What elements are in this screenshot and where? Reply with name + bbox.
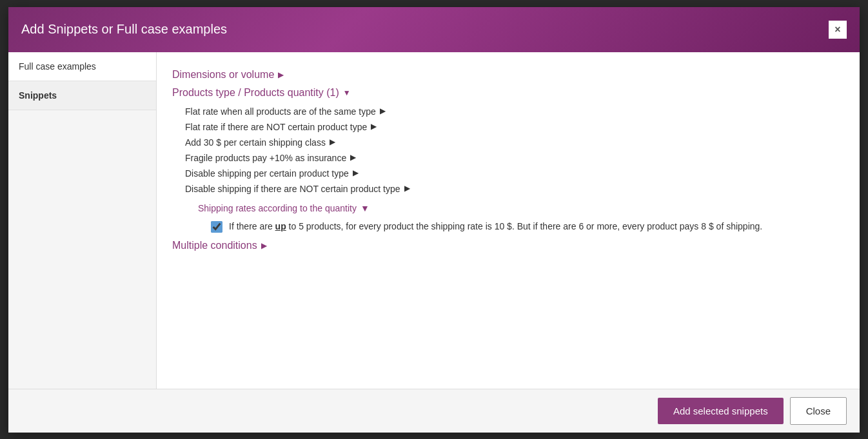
modal-close-button[interactable]: × — [829, 21, 847, 39]
section-products-type-qty-label: Products type / Products quantity (1) — [172, 87, 339, 99]
checkbox-qty-1[interactable] — [211, 221, 222, 233]
modal-footer: Add selected snippets Close — [8, 389, 860, 433]
sidebar-item-full-case[interactable]: Full case examples — [8, 52, 156, 81]
checkbox-qty-1-label: If there are up to 5 products, for every… — [229, 220, 844, 233]
sidebar-item-snippets[interactable]: Snippets — [8, 81, 156, 110]
subsection-shipping-by-quantity[interactable]: Shipping rates according to the quantity… — [198, 203, 844, 213]
section-dimensions[interactable]: Dimensions or volume ▶ — [172, 69, 844, 81]
snippet-fragile-insurance-arrow: ▶ — [350, 153, 356, 162]
sidebar-item-snippets-label: Snippets — [19, 90, 57, 101]
snippet-fragile-insurance[interactable]: Fragile products pay +10% as insurance ▶ — [185, 150, 844, 166]
content-area: Dimensions or volume ▶ Products type / P… — [157, 52, 860, 389]
close-button[interactable]: Close — [790, 397, 847, 425]
section-multiple-conditions-label: Multiple conditions — [172, 240, 257, 251]
snippet-disable-per-type[interactable]: Disable shipping per certain product typ… — [185, 166, 844, 181]
snippet-disable-not-certain[interactable]: Disable shipping if there are NOT certai… — [185, 181, 844, 197]
modal-body: Full case examples Snippets Dimensions o… — [8, 52, 860, 389]
highlight-up: up — [275, 221, 286, 231]
snippet-fragile-insurance-label: Fragile products pay +10% as insurance — [185, 153, 346, 163]
section-products-type-qty[interactable]: Products type / Products quantity (1) ▼ — [172, 87, 844, 99]
subsection-shipping-by-quantity-label: Shipping rates according to the quantity — [198, 203, 357, 213]
snippet-flat-rate-same-type[interactable]: Flat rate when all products are of the s… — [185, 104, 844, 119]
products-type-qty-list: Flat rate when all products are of the s… — [185, 104, 844, 233]
section-products-type-qty-arrow: ▼ — [343, 88, 351, 97]
snippet-disable-per-type-arrow: ▶ — [353, 168, 359, 177]
section-dimensions-label: Dimensions or volume — [172, 69, 274, 81]
snippet-flat-rate-not-certain[interactable]: Flat rate if there are NOT certain produ… — [185, 119, 844, 135]
modal-title: Add Snippets or Full case examples — [21, 22, 227, 37]
add-selected-snippets-button[interactable]: Add selected snippets — [658, 398, 784, 424]
content-scroll[interactable]: Dimensions or volume ▶ Products type / P… — [157, 52, 860, 389]
section-multiple-conditions-arrow: ▶ — [261, 241, 267, 250]
section-multiple-conditions[interactable]: Multiple conditions ▶ — [172, 240, 844, 251]
snippet-add-30-per-class[interactable]: Add 30 $ per certain shipping class ▶ — [185, 135, 844, 150]
checkbox-item-qty-1: If there are up to 5 products, for every… — [211, 220, 844, 233]
modal-header: Add Snippets or Full case examples × — [8, 7, 860, 52]
snippet-flat-rate-not-certain-arrow: ▶ — [371, 122, 377, 131]
snippet-disable-per-type-label: Disable shipping per certain product typ… — [185, 168, 349, 179]
snippet-add-30-per-class-label: Add 30 $ per certain shipping class — [185, 137, 326, 148]
snippet-flat-rate-not-certain-label: Flat rate if there are NOT certain produ… — [185, 122, 367, 132]
snippet-disable-not-certain-arrow: ▶ — [404, 184, 410, 193]
sidebar-item-full-case-label: Full case examples — [19, 61, 96, 72]
modal-dialog: Add Snippets or Full case examples × Ful… — [8, 7, 860, 433]
section-dimensions-arrow: ▶ — [278, 70, 284, 79]
snippet-add-30-per-class-arrow: ▶ — [330, 137, 335, 146]
snippet-flat-rate-same-type-arrow: ▶ — [380, 106, 386, 115]
modal-sidebar: Full case examples Snippets — [8, 52, 157, 389]
snippet-flat-rate-same-type-label: Flat rate when all products are of the s… — [185, 106, 376, 117]
subsection-shipping-by-quantity-arrow: ▼ — [360, 203, 370, 213]
snippet-disable-not-certain-label: Disable shipping if there are NOT certai… — [185, 184, 400, 194]
